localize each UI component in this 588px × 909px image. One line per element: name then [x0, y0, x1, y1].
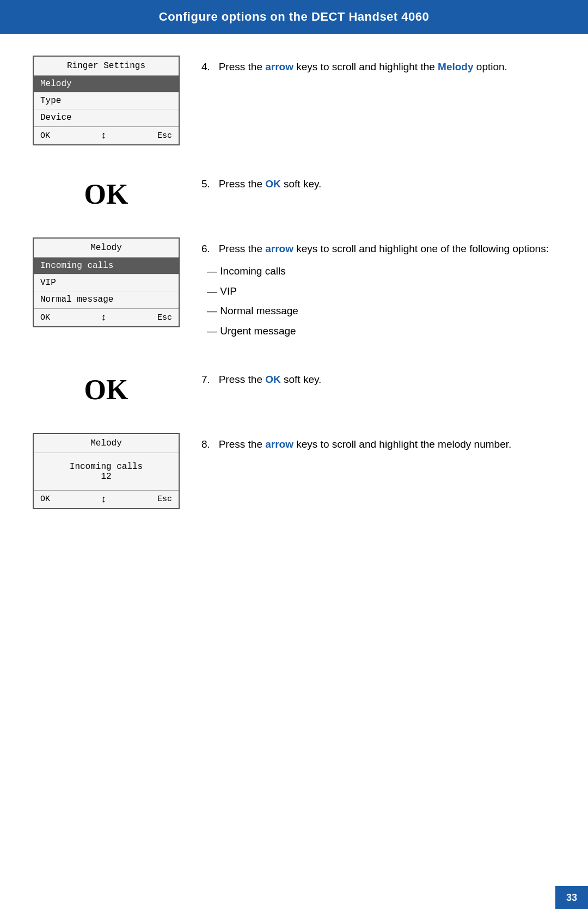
step-4-mid: keys to scroll and highlight the: [293, 61, 438, 72]
screen-step8-center: Incoming calls 12: [34, 453, 179, 490]
step-8-number: 8.: [201, 438, 216, 450]
main-content: Ringer Settings Melody Type Device OK ↕ …: [0, 34, 588, 569]
step-8-row: Melody Incoming calls 12 OK ↕ Esc 8. Pre…: [33, 433, 555, 509]
step-5-ok-display: OK: [33, 173, 180, 210]
screen-step6-footer-ok: OK: [40, 313, 50, 322]
screen-step4-footer-arrow: ↕: [101, 130, 107, 141]
step-7-ok-display: OK: [33, 368, 180, 406]
header-title: Configure options on the DECT Handset 40…: [159, 10, 429, 23]
step-8-text: 8. Press the arrow keys to scroll and hi…: [201, 433, 555, 453]
step-6-keyword-arrow: arrow: [265, 243, 293, 254]
page-number-text: 33: [566, 892, 577, 904]
screen-step8-footer-esc: Esc: [157, 495, 172, 504]
screen-step8-footer-ok: OK: [40, 495, 50, 504]
step-5-keyword-ok: OK: [265, 178, 281, 190]
screen-step4-row-type: Type: [34, 93, 179, 109]
step-4-number: 4.: [201, 61, 216, 72]
screen-step4-row-melody: Melody: [34, 76, 179, 93]
step-8-mid: keys to scroll and highlight the melody …: [293, 438, 511, 450]
step-4-pre: Press the: [219, 61, 266, 72]
step-4-post: option.: [474, 61, 507, 72]
step-6-mid: keys to scroll and highlight one of the …: [293, 243, 549, 254]
screen-step4-title: Ringer Settings: [34, 57, 179, 76]
step-5-text: 5. Press the OK soft key.: [201, 173, 555, 192]
screen-step6-footer: OK ↕ Esc: [34, 308, 179, 326]
step-7-row: OK 7. Press the OK soft key.: [33, 368, 555, 406]
screen-step4-footer-ok: OK: [40, 131, 50, 141]
screen-step4-footer: OK ↕ Esc: [34, 126, 179, 144]
screen-step6-row-normal: Normal message: [34, 291, 179, 308]
step-8-pre: Press the: [219, 438, 266, 450]
bullet-vip: VIP: [207, 282, 555, 301]
step-7-keyword-ok: OK: [265, 374, 281, 385]
screen-step6-title: Melody: [34, 239, 179, 258]
step-7-text: 7. Press the OK soft key.: [201, 368, 555, 388]
bullet-incoming-calls: Incoming calls: [207, 261, 555, 281]
screen-step8-incoming: Incoming calls: [39, 462, 173, 472]
step-5-number: 5.: [201, 178, 216, 190]
step-6-number: 6.: [201, 243, 216, 254]
screen-step6-row-incoming: Incoming calls: [34, 258, 179, 274]
screen-step8: Melody Incoming calls 12 OK ↕ Esc: [33, 433, 180, 509]
step-7-number: 7.: [201, 374, 216, 385]
step-7-pre: Press the: [219, 374, 266, 385]
step-7-post: soft key.: [281, 374, 322, 385]
step-5-post: soft key.: [281, 178, 322, 190]
screen-step4-row-device: Device: [34, 109, 179, 126]
step-6-bullet-list: Incoming calls VIP Normal message Urgent…: [207, 261, 555, 341]
page-header: Configure options on the DECT Handset 40…: [0, 0, 588, 34]
step-6-row: Melody Incoming calls VIP Normal message…: [33, 237, 555, 341]
screen-step6-footer-arrow: ↕: [101, 312, 107, 323]
screen-step8-footer: OK ↕ Esc: [34, 490, 179, 508]
screen-step8-footer-arrow: ↕: [101, 494, 107, 505]
step-6-text: 6. Press the arrow keys to scroll and hi…: [201, 237, 555, 341]
step-5-pre: Press the: [219, 178, 266, 190]
screen-step8-title: Melody: [34, 434, 179, 453]
step-4-text: 4. Press the arrow keys to scroll and hi…: [201, 56, 555, 75]
screen-step4: Ringer Settings Melody Type Device OK ↕ …: [33, 56, 180, 145]
screen-step6-footer-esc: Esc: [157, 313, 172, 322]
step-8-keyword-arrow: arrow: [265, 438, 293, 450]
step-5-row: OK 5. Press the OK soft key.: [33, 173, 555, 210]
screen-step6-row-vip: VIP: [34, 274, 179, 291]
step-4-keyword-melody: Melody: [438, 61, 473, 72]
step-6-pre: Press the: [219, 243, 266, 254]
step-4-row: Ringer Settings Melody Type Device OK ↕ …: [33, 56, 555, 145]
step-4-keyword-arrow: arrow: [265, 61, 293, 72]
screen-step6: Melody Incoming calls VIP Normal message…: [33, 237, 180, 327]
screen-step4-footer-esc: Esc: [157, 131, 172, 141]
bullet-normal-message: Normal message: [207, 301, 555, 321]
screen-step8-number: 12: [39, 472, 173, 481]
page-number: 33: [555, 886, 588, 909]
bullet-urgent-message: Urgent message: [207, 321, 555, 341]
